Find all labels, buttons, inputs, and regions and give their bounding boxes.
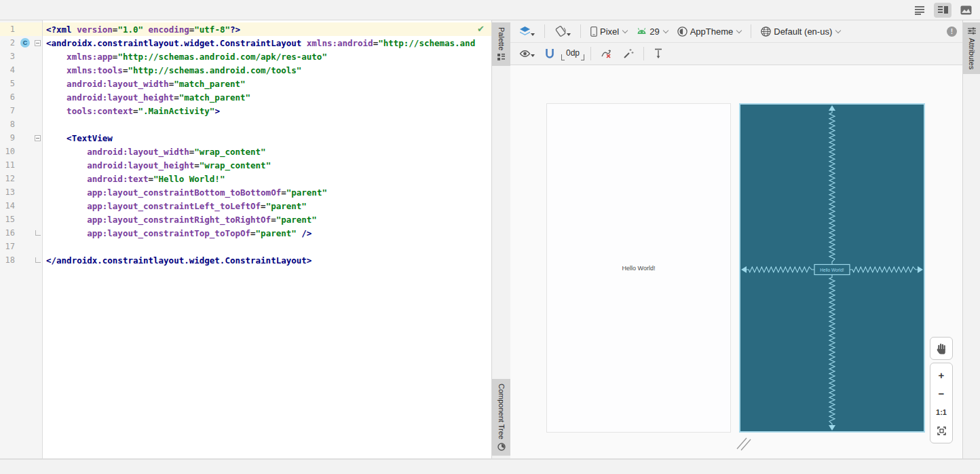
code-text: xmlns:tools="http://schemas.android.com/… (43, 65, 301, 75)
palette-tab-label: Palette (497, 27, 506, 50)
code-text: </androidx.constraintlayout.widget.Const… (43, 255, 312, 266)
code-line[interactable]: 10 android:layout_width="wrap_content" (0, 145, 491, 158)
blueprint-preview[interactable]: Hello World! (739, 103, 925, 433)
fold-end-icon[interactable] (35, 257, 41, 263)
api-selector[interactable]: 29 (633, 24, 671, 39)
code-line[interactable]: 18</androidx.constraintlayout.widget.Con… (0, 253, 491, 267)
line-number: 5 (0, 79, 18, 88)
dropdown-caret (531, 54, 535, 57)
android-icon (637, 28, 647, 35)
design-toolbar-row2: 0dp (510, 43, 962, 65)
code-text: <?xml version="1.0" encoding="utf-8"?> (43, 24, 240, 35)
code-line[interactable]: 9 <TextView (0, 131, 491, 145)
line-number: 12 (0, 174, 18, 183)
fold-collapse-icon[interactable] (35, 135, 41, 141)
toolbar-separator (643, 47, 644, 60)
globe-icon (761, 26, 771, 37)
attributes-tab[interactable]: Attributes (963, 22, 980, 74)
infer-constraints-button[interactable] (619, 46, 637, 61)
fold-column[interactable] (33, 257, 43, 263)
zoom-actual-button[interactable]: 1:1 (930, 403, 952, 421)
fold-column[interactable] (33, 40, 43, 46)
device-label: Pixel (600, 26, 619, 37)
code-view-icon (914, 5, 925, 15)
clear-constraints-icon (601, 48, 613, 59)
chevron-down-icon (736, 27, 742, 33)
design-canvas[interactable]: Hello World! Hello World! (510, 65, 962, 459)
fold-column[interactable] (33, 230, 43, 236)
code-view-button[interactable] (911, 3, 928, 18)
line-number: 17 (0, 242, 18, 251)
zoom-to-fit-icon (937, 426, 946, 435)
theme-selector[interactable]: AppTheme (674, 24, 745, 39)
code-text: app:layout_constraintTop_toTopOf="parent… (43, 228, 312, 238)
orientation-icon (554, 26, 567, 37)
code-line[interactable]: 7 tools:context=".MainActivity"> (0, 104, 491, 117)
line-number: 11 (0, 160, 18, 170)
gutter-badge[interactable]: C (18, 38, 33, 48)
code-line[interactable]: 16 app:layout_constraintTop_toTopOf="par… (0, 226, 491, 240)
code-line[interactable]: 13 app:layout_constraintBottom_toBottomO… (0, 185, 491, 199)
dropdown-caret (567, 33, 571, 36)
device-selector[interactable]: Pixel (587, 24, 630, 39)
component-tree-tab-label: Component Tree (497, 384, 506, 439)
palette-tab[interactable]: Palette (492, 22, 510, 66)
line-number: 7 (0, 106, 18, 115)
code-line[interactable]: 3 xmlns:app="http://schemas.android.com/… (0, 50, 491, 63)
design-preview[interactable]: Hello World! (546, 103, 731, 433)
code-line[interactable]: 12 android:text="Hello World!" (0, 172, 491, 185)
code-text: tools:context=".MainActivity"> (43, 106, 220, 116)
fold-end-icon[interactable] (35, 230, 41, 236)
palette-icon (497, 54, 505, 61)
view-options-button[interactable] (516, 48, 538, 60)
code-line[interactable]: 4 xmlns:tools="http://schemas.android.co… (0, 63, 491, 77)
line-number: 9 (0, 133, 18, 143)
blueprint-hello-world-text[interactable]: Hello World! (820, 268, 844, 272)
default-margin-value: 0dp (566, 48, 580, 58)
code-text: android:layout_width="wrap_content" (43, 147, 266, 157)
zoom-out-button[interactable]: − (930, 385, 952, 403)
code-text: app:layout_constraintLeft_toLeftOf="pare… (43, 201, 307, 211)
pack-selection-button[interactable] (650, 46, 666, 61)
design-toolbar-row1: Pixel 29 AppTheme (510, 20, 962, 43)
default-margin-button[interactable]: 0dp (561, 47, 584, 60)
code-text: xmlns:app="http://schemas.android.com/ap… (43, 52, 327, 62)
hand-icon (936, 342, 947, 354)
design-view-button[interactable] (957, 3, 975, 18)
locale-selector[interactable]: Default (en-us) (757, 24, 844, 39)
layers-icon (519, 26, 531, 37)
constraintlayout-gutter-icon[interactable]: C (20, 38, 30, 48)
line-number: 18 (0, 255, 18, 265)
design-hello-world-text[interactable]: Hello World! (547, 265, 730, 272)
line-number: 8 (0, 120, 18, 129)
orientation-button[interactable] (551, 24, 574, 39)
component-tree-tab[interactable]: Component Tree (492, 379, 510, 456)
pan-button[interactable] (930, 337, 953, 360)
code-line[interactable]: 14 app:layout_constraintLeft_toLeftOf="p… (0, 199, 491, 213)
phone-icon (590, 26, 597, 37)
code-line[interactable]: 5 android:layout_width="match_parent" (0, 77, 491, 90)
split-view-button[interactable] (934, 3, 951, 18)
code-line[interactable]: 2C<androidx.constraintlayout.widget.Cons… (0, 36, 491, 50)
code-line[interactable]: 17 (0, 240, 491, 253)
api-label: 29 (649, 26, 659, 37)
design-surface-button[interactable] (516, 24, 538, 39)
issue-panel-button[interactable]: ! (947, 26, 957, 37)
line-number: 13 (0, 187, 18, 197)
fold-column[interactable] (33, 135, 43, 141)
autoconnect-button[interactable] (541, 47, 559, 61)
code-text: app:layout_constraintRight_toRightOf="pa… (43, 215, 317, 225)
dropdown-caret (531, 33, 535, 36)
xml-code-editor[interactable]: 1<?xml version="1.0" encoding="utf-8"?>✔… (0, 20, 491, 459)
canvas-resize-handle[interactable] (734, 435, 752, 452)
eye-icon (519, 50, 531, 58)
code-line[interactable]: 15 app:layout_constraintRight_toRightOf=… (0, 213, 491, 226)
code-line[interactable]: 8 (0, 117, 491, 131)
code-line[interactable]: 1<?xml version="1.0" encoding="utf-8"?>✔ (0, 22, 491, 36)
code-line[interactable]: 6 android:layout_height="match_parent" (0, 90, 491, 104)
clear-constraints-button[interactable] (597, 46, 616, 61)
zoom-to-fit-button[interactable] (930, 422, 952, 439)
code-line[interactable]: 11 android:layout_height="wrap_content" (0, 158, 491, 172)
fold-collapse-icon[interactable] (35, 40, 41, 46)
zoom-in-button[interactable]: + (930, 367, 952, 384)
